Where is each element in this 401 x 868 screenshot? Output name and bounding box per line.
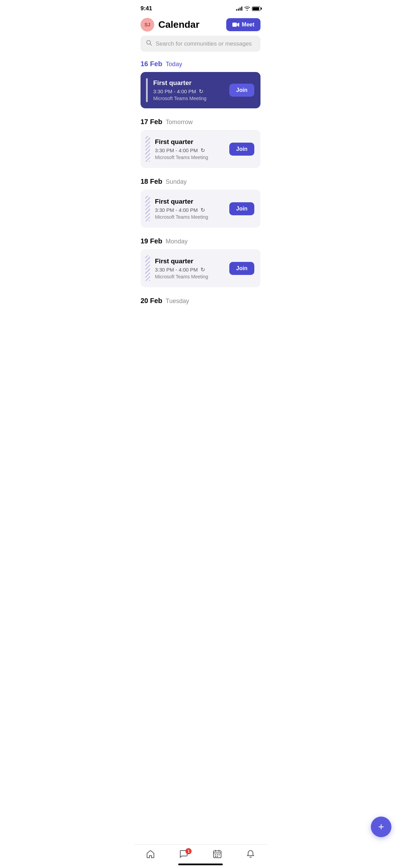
join-button-1[interactable]: Join — [229, 143, 254, 156]
events-list-0: First quarter 3:30 PM - 4:00 PM ↻ Micros… — [134, 72, 267, 108]
event-time: 3:30 PM - 4:00 PM — [153, 88, 196, 94]
event-subtitle-1: Microsoft Teams Meeting — [155, 155, 225, 160]
event-title: First quarter — [153, 79, 225, 87]
status-bar: 9:41 — [134, 0, 267, 15]
recur-icon: ↻ — [199, 88, 203, 95]
wifi-icon — [244, 7, 250, 11]
date-day-4: 20 Feb — [141, 297, 162, 305]
svg-rect-0 — [232, 23, 237, 27]
header: SJ Calendar Meet — [134, 15, 267, 36]
date-header-3: 19 Feb Monday — [134, 234, 267, 249]
event-subtitle-3: Microsoft Teams Meeting — [155, 274, 225, 279]
search-placeholder: Search for communities or messages — [156, 40, 252, 47]
event-time-3: 3:30 PM - 4:00 PM — [155, 267, 198, 273]
events-list-2: First quarter 3:30 PM - 4:00 PM ↻ Micros… — [134, 190, 267, 228]
event-bar-2 — [145, 196, 150, 221]
date-label-1: Tomorrow — [166, 119, 193, 126]
date-header-1: 17 Feb Tomorrow — [134, 115, 267, 130]
avatar[interactable]: SJ — [141, 18, 154, 32]
signal-icon — [236, 7, 242, 11]
date-header-0: 16 Feb Today — [134, 57, 267, 72]
date-day-3: 19 Feb — [141, 237, 162, 245]
recur-icon-3: ↻ — [200, 266, 205, 273]
date-day-0: 16 Feb — [141, 60, 162, 68]
event-bar-1 — [145, 136, 150, 162]
search-icon — [146, 40, 152, 48]
join-button-3[interactable]: Join — [229, 262, 254, 275]
event-card-active-0[interactable]: First quarter 3:30 PM - 4:00 PM ↻ Micros… — [141, 72, 260, 108]
date-header-2: 18 Feb Sunday — [134, 175, 267, 190]
meet-button[interactable]: Meet — [226, 18, 260, 31]
status-time: 9:41 — [141, 5, 152, 12]
status-icons — [236, 7, 260, 11]
event-card-2[interactable]: First quarter 3:30 PM - 4:00 PM ↻ Micros… — [141, 190, 260, 228]
content-area: 16 Feb Today First quarter 3:30 PM - 4:0… — [134, 57, 267, 350]
event-subtitle: Microsoft Teams Meeting — [153, 96, 225, 101]
date-label-2: Sunday — [166, 178, 186, 185]
date-day-2: 18 Feb — [141, 178, 162, 185]
event-title-3: First quarter — [155, 257, 225, 265]
date-label-3: Monday — [166, 238, 187, 245]
event-time-2: 3:30 PM - 4:00 PM — [155, 207, 198, 213]
event-title-1: First quarter — [155, 138, 225, 146]
event-bar-active — [146, 78, 148, 102]
date-label-0: Today — [166, 61, 182, 68]
join-button-0[interactable]: Join — [229, 84, 254, 97]
search-container: Search for communities or messages — [134, 36, 267, 57]
date-day-1: 17 Feb — [141, 118, 162, 126]
page-title: Calendar — [158, 19, 199, 30]
events-list-3: First quarter 3:30 PM - 4:00 PM ↻ Micros… — [134, 249, 267, 287]
video-icon — [232, 22, 239, 27]
event-title-2: First quarter — [155, 198, 225, 205]
date-label-4: Tuesday — [166, 298, 189, 305]
event-time-1: 3:30 PM - 4:00 PM — [155, 147, 198, 153]
join-button-2[interactable]: Join — [229, 202, 254, 215]
event-bar-3 — [145, 255, 150, 281]
date-header-4: 20 Feb Tuesday — [134, 294, 267, 309]
recur-icon-2: ↻ — [200, 207, 205, 213]
search-bar[interactable]: Search for communities or messages — [141, 36, 260, 52]
battery-icon — [252, 7, 260, 11]
events-list-1: First quarter 3:30 PM - 4:00 PM ↻ Micros… — [134, 130, 267, 168]
event-subtitle-2: Microsoft Teams Meeting — [155, 214, 225, 220]
event-card-1[interactable]: First quarter 3:30 PM - 4:00 PM ↻ Micros… — [141, 130, 260, 168]
recur-icon-1: ↻ — [200, 147, 205, 154]
event-card-3[interactable]: First quarter 3:30 PM - 4:00 PM ↻ Micros… — [141, 249, 260, 287]
